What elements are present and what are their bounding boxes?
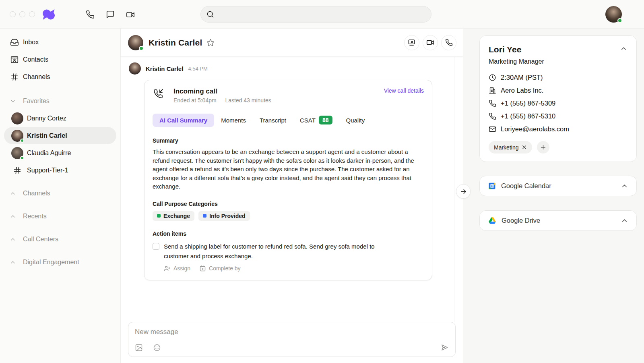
category-exchange: Exchange: [153, 211, 194, 221]
search-bar: [200, 6, 431, 23]
add-tag-button[interactable]: [537, 141, 549, 153]
sidebar-section-channels[interactable]: Channels: [0, 185, 120, 202]
online-status-dot: [139, 46, 144, 51]
chevron-down-icon: [10, 98, 17, 104]
conversation-header-actions: [404, 35, 456, 50]
category-label: Exchange: [163, 213, 190, 219]
sidebar-item-channels[interactable]: Channels: [0, 68, 120, 85]
favorites-section-header[interactable]: Favorites: [0, 92, 120, 110]
tab-label: Quality: [346, 117, 365, 124]
view-call-details-link[interactable]: View call details: [384, 87, 424, 94]
favorite-label: Danny Cortez: [27, 115, 66, 122]
tab-csat[interactable]: CSAT 88: [293, 112, 339, 128]
inbox-icon: [10, 37, 19, 47]
categories-heading: Call Purpose Categories: [153, 201, 424, 207]
favorite-star-icon[interactable]: [206, 39, 215, 47]
hash-icon: [10, 72, 19, 82]
send-icon[interactable]: [440, 343, 449, 352]
contact-phone-primary[interactable]: +1 (555) 867-5309: [489, 100, 627, 107]
avatar: [128, 35, 143, 50]
sidebar-item-claudia-aguirre[interactable]: Claudia Aguirre: [4, 144, 116, 162]
action-item-checkbox[interactable]: [153, 243, 159, 250]
summary-body: This conversation appears to be an excha…: [153, 147, 424, 191]
contact-email[interactable]: Loriyee@aerolabs.com: [489, 125, 627, 133]
screen-share-icon[interactable]: [404, 35, 419, 50]
tab-label: CSAT: [300, 117, 316, 124]
plus-icon: [540, 144, 546, 150]
calendar-plus-icon: [199, 265, 206, 272]
online-status-dot: [617, 18, 622, 23]
contact-tags: Marketing: [489, 141, 627, 153]
online-status-dot: [20, 139, 24, 143]
complete-by-button[interactable]: Complete by: [199, 265, 241, 272]
chevron-up-icon: [10, 190, 17, 197]
message-timestamp: 4:54 PM: [188, 66, 207, 72]
detail-value: Aero Labs Inc.: [501, 87, 543, 94]
chat-icon[interactable]: [105, 10, 115, 19]
emoji-icon[interactable]: [153, 344, 161, 352]
call-card-tabs: Ai Call Summary Moments Transcript CSAT …: [153, 112, 424, 128]
tab-moments[interactable]: Moments: [214, 114, 253, 127]
image-icon[interactable]: [135, 344, 143, 352]
detail-value: Loriyee@aerolabs.com: [501, 125, 569, 133]
chevron-up-icon[interactable]: [621, 217, 628, 224]
sidebar-item-kristin-carlel[interactable]: Kristin Carlel: [4, 127, 116, 144]
integration-google-calendar[interactable]: 31 Google Calendar: [479, 176, 637, 196]
phone-icon[interactable]: [441, 35, 456, 50]
category-label: Info Provided: [209, 213, 245, 219]
action-item: Send a shipping label for customer to re…: [153, 242, 424, 261]
phone-icon[interactable]: [85, 10, 95, 19]
online-status-dot: [20, 156, 24, 160]
divider: [148, 344, 148, 351]
sidebar-item-label: Inbox: [23, 39, 39, 46]
integration-label: Google Drive: [502, 217, 540, 224]
call-title: Incoming call: [173, 87, 271, 95]
user-avatar[interactable]: [605, 6, 622, 23]
category-info-provided: Info Provided: [198, 211, 250, 221]
collapse-panel-button[interactable]: [456, 184, 471, 199]
sidebar-item-contacts[interactable]: Contacts: [0, 51, 120, 68]
summary-heading: Summary: [153, 137, 424, 144]
sidebar-item-support-tier-1[interactable]: Support-Tier-1: [4, 162, 116, 179]
action-item-text: Send a shipping label for customer to re…: [164, 242, 397, 261]
contact-role: Marketing Manager: [489, 58, 627, 65]
search-input[interactable]: [217, 11, 425, 18]
video-icon[interactable]: [423, 35, 438, 50]
window-control-maximize[interactable]: [29, 11, 35, 17]
phone-icon: [489, 100, 496, 107]
action-item-actions: Assign Complete by: [164, 265, 424, 272]
tab-quality[interactable]: Quality: [339, 114, 372, 127]
integration-google-drive[interactable]: Google Drive: [479, 210, 637, 231]
window-control-close[interactable]: [10, 11, 16, 17]
detail-value: +1 (555) 867-5309: [501, 100, 555, 107]
sidebar-item-label: Channels: [23, 73, 50, 81]
detail-value: 2:30AM (PST): [501, 74, 543, 81]
sidebar-section-call-centers[interactable]: Call Centers: [0, 230, 120, 248]
sidebar-item-danny-cortez[interactable]: Danny Cortez: [4, 110, 116, 127]
window-control-minimize[interactable]: [19, 11, 25, 17]
contact-detail-list: 2:30AM (PST) Aero Labs Inc. +1 (555) 867…: [489, 74, 627, 133]
message-input[interactable]: [135, 328, 449, 336]
conversation-title: Kristin Carlel: [149, 38, 202, 48]
sidebar-section-recents[interactable]: Recents: [0, 207, 120, 225]
sidebar-item-inbox[interactable]: Inbox: [0, 33, 120, 51]
csat-score-badge: 88: [319, 116, 332, 124]
tab-label: Moments: [221, 117, 246, 124]
top-bar: [0, 0, 644, 29]
topbar-actions: [85, 10, 135, 19]
contact-phone-secondary[interactable]: +1 (555) 867-5310: [489, 112, 627, 120]
avatar: [11, 147, 23, 159]
message-composer: [128, 322, 456, 357]
contact-local-time: 2:30AM (PST): [489, 74, 627, 81]
chevron-up-icon[interactable]: [620, 45, 627, 52]
video-icon[interactable]: [126, 10, 135, 19]
chevron-up-icon[interactable]: [621, 182, 628, 190]
remove-tag-icon[interactable]: [522, 145, 527, 150]
tab-ai-call-summary[interactable]: Ai Call Summary: [153, 114, 214, 127]
svg-text:31: 31: [491, 185, 494, 187]
section-label: Call Centers: [23, 236, 58, 243]
sidebar-section-digital-engagement[interactable]: Digital Engagement: [0, 253, 120, 271]
contacts-icon: [10, 55, 19, 64]
tab-transcript[interactable]: Transcript: [253, 114, 293, 127]
assign-button[interactable]: Assign: [164, 265, 190, 272]
